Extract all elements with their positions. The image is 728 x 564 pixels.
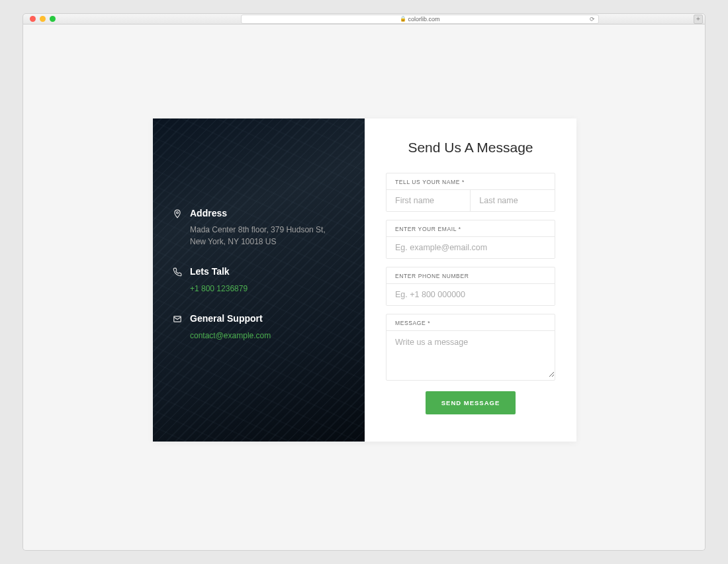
support-email-link[interactable]: contact@example.com [190,331,271,340]
email-group: ENTER YOUR EMAIL * [386,220,555,259]
maximize-window-button[interactable] [50,16,56,22]
email-input[interactable] [387,237,555,258]
message-group: MESSAGE * [386,314,555,381]
first-name-input[interactable] [387,190,471,211]
page-viewport: Address Mada Center 8th floor, 379 Hudso… [23,24,705,551]
browser-window: 🔒 colorlib.com ⟳ + Address Mada Center 8… [0,0,728,564]
phone-block: Lets Talk +1 800 1236879 [190,266,345,295]
email-label: ENTER YOUR EMAIL * [387,220,555,237]
address-bar[interactable]: 🔒 colorlib.com ⟳ [241,15,599,24]
phone-title: Lets Talk [190,266,345,277]
contact-form-panel: Send Us A Message TELL US YOUR NAME * EN… [365,118,576,442]
address-title: Address [190,208,345,218]
contact-card: Address Mada Center 8th floor, 379 Hudso… [153,118,576,442]
message-textarea[interactable] [387,331,555,377]
minimize-window-button[interactable] [40,16,46,22]
window-controls [30,16,56,22]
address-block: Address Mada Center 8th floor, 379 Hudso… [190,208,345,248]
close-window-button[interactable] [30,16,36,22]
phone-input[interactable] [387,284,555,305]
support-title: General Support [190,313,345,324]
name-group: TELL US YOUR NAME * [386,173,555,212]
location-pin-icon [173,209,182,218]
contact-info-panel: Address Mada Center 8th floor, 379 Hudso… [153,118,365,442]
address-line-1: Mada Center 8th floor, 379 Hudson St, [190,224,345,236]
browser-toolbar: 🔒 colorlib.com ⟳ + [23,13,705,24]
phone-icon [173,267,182,277]
new-tab-button[interactable]: + [694,15,703,24]
svg-point-0 [177,212,179,214]
lock-icon: 🔒 [400,16,406,22]
envelope-icon [173,314,182,324]
last-name-input[interactable] [471,190,555,211]
phone-label: ENTER PHONE NUMBER [387,267,555,284]
address-line-2: New York, NY 10018 US [190,236,345,248]
url-text: colorlib.com [408,16,439,23]
send-message-button[interactable]: SEND MESSAGE [426,391,516,414]
phone-group: ENTER PHONE NUMBER [386,267,555,306]
phone-link[interactable]: +1 800 1236879 [190,284,248,293]
reload-icon[interactable]: ⟳ [590,16,595,23]
message-label: MESSAGE * [387,314,555,331]
name-label: TELL US YOUR NAME * [387,173,555,190]
submit-row: SEND MESSAGE [386,391,555,414]
form-title: Send Us A Message [386,140,555,156]
support-block: General Support contact@example.com [190,313,345,342]
